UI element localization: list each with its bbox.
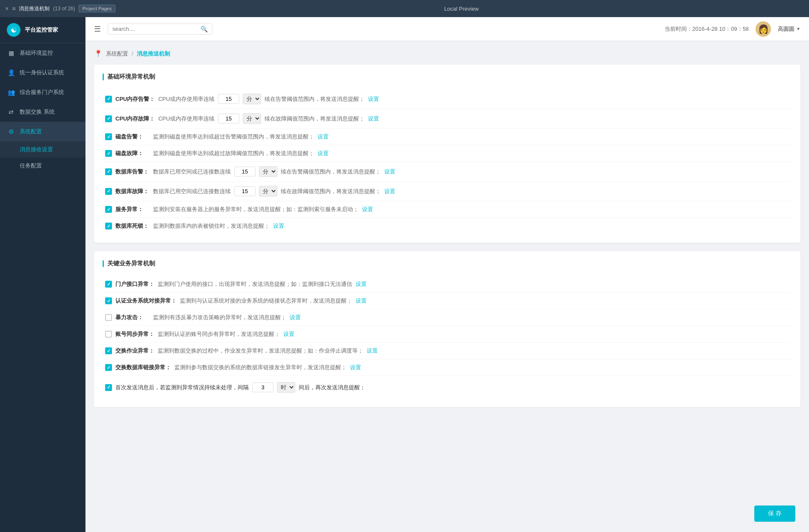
sidebar-sub-item-msg[interactable]: 消息接收设置 [0,141,85,158]
location-icon: 📍 [94,50,103,58]
sidebar-item-config[interactable]: ⚙ 系统配置 [0,122,85,141]
header-time: 当前时间：2016-4-28 10：09：58 [665,25,749,33]
desc-after-db-warning: 续在告警阈值范围内，将发送消息提醒； [281,168,381,176]
setting-row-brute-force: 暴力攻击： 监测到有违反暴力攻击策略的异常时，发送消息提醒； 设置 [103,309,792,326]
label-db-warning: 数据库告警： [115,168,150,176]
topbar-project-label[interactable]: Project Pages [79,5,115,12]
sidebar-item-auth[interactable]: 👤 统一身份认证系统 [0,63,85,82]
sidebar-item-data[interactable]: ⇄ 数据交换 系统 [0,102,85,122]
desc-auth-system: 监测到与认证系统对接的业务系统的链接状态异常时，发送消息提醒； [180,297,352,305]
sidebar-item-label-portal: 综合服务门户系统 [20,88,64,96]
setting-row-auth-system: ✓ 认证业务系统对接异常： 监测到与认证系统对接的业务系统的链接状态异常时，发送… [103,293,792,309]
desc-disk-fault: 监测到磁盘使用率达到或超过故障阈值范围内，将发送消息提醒； [153,150,314,157]
set-link-cpu-fault[interactable]: 设置 [368,115,379,123]
section2-title: 关键业务异常机制 [103,260,792,267]
desc-svc-abnormal: 监测到安装在服务器上的服务异常时，发送消息提醒；如：监测到索引服务未启动； [153,206,359,213]
checkbox-svc-abnormal[interactable]: ✓ [105,206,112,213]
set-link-disk-warning[interactable]: 设置 [318,133,329,141]
checkbox-db-fault[interactable]: ✓ [105,188,112,195]
set-link-portal-interface[interactable]: 设置 [356,280,367,288]
checkbox-brute-force[interactable] [105,314,112,321]
username-text: 高圆圆 [778,25,794,33]
checkbox-disk-fault[interactable]: ✓ [105,150,112,157]
set-link-exchange-task[interactable]: 设置 [367,347,378,355]
label-exchange-task: 交换作业异常： [115,347,154,355]
desc-account-sync: 监测到认证的账号同步有异常时，发送消息提醒； [158,330,280,338]
input-db-warning[interactable] [234,167,256,176]
checkbox-account-sync[interactable] [105,331,112,338]
setting-row-exchange-db: ✓ 交换数据库链接异常： 监测到参与数据交换的系统的数据库链接发生异常时，发送消… [103,359,792,376]
breadcrumb-parent: 系统配置 [106,50,128,58]
set-link-db-fault[interactable]: 设置 [384,188,395,195]
setting-row-db-warning: ✓ 数据库告警： 数据库已用空间或已连接数连续 分 时 续在告警阈值范围内，将发… [103,162,792,182]
checkbox-db-deadlock[interactable]: ✓ [105,223,112,229]
desc-before-db-warning: 数据库已用空间或已连接数连续 [153,168,231,176]
main-area: ☰ 🔍 当前时间：2016-4-28 10：09：58 👩 高圆圆 ▼ 📍 系统… [85,17,809,532]
select-cpu-warning[interactable]: 分 时 [243,94,261,104]
setting-row-exchange-task: ✓ 交换作业异常： 监测到数据交换的过程中，作业发生异常时，发送消息提醒；如：作… [103,343,792,359]
checkbox-footer[interactable]: ✓ [105,384,112,391]
search-icon[interactable]: 🔍 [200,26,208,32]
select-footer-unit[interactable]: 时 分 [277,382,295,393]
checkbox-portal-interface[interactable]: ✓ [105,281,112,288]
set-link-brute-force[interactable]: 设置 [290,314,301,321]
header-menu-icon[interactable]: ☰ [94,24,101,34]
section1-card: 基础环境异常机制 ✓ CPU内存告警： CPU或内存使用率连续 分 时 续在告警… [94,65,800,243]
close-icon[interactable]: × [5,5,9,12]
topbar-menu-icon[interactable]: ≡ [12,5,15,12]
sidebar-item-env[interactable]: ▦ 基础环境监控 [0,43,85,63]
auth-icon: 👤 [7,68,15,77]
set-link-db-warning[interactable]: 设置 [384,168,395,176]
set-link-cpu-warning[interactable]: 设置 [368,95,379,103]
desc-db-deadlock: 监测到数据库内的表被锁住时，发送消息提醒； [153,222,270,230]
set-link-exchange-db[interactable]: 设置 [350,364,361,371]
desc-before-db-fault: 数据库已用空间或已连接数连续 [153,188,231,195]
sidebar-item-label-config: 系统配置 [20,128,42,135]
save-button[interactable]: 保 存 [754,506,795,522]
label-account-sync: 账号同步异常： [115,330,154,338]
checkbox-cpu-fault[interactable]: ✓ [105,115,112,122]
set-link-svc-abnormal[interactable]: 设置 [362,206,373,213]
checkbox-auth-system[interactable]: ✓ [105,297,112,304]
set-link-db-deadlock[interactable]: 设置 [273,222,284,230]
set-link-account-sync[interactable]: 设置 [283,330,294,338]
label-db-deadlock: 数据库死锁： [115,222,150,230]
setting-row-cpu-fault: ✓ CPU内存故障： CPU或内存使用率连续 分 时 续在故障阈值范围内，将发送… [103,109,792,129]
checkbox-cpu-warning[interactable]: ✓ [105,96,112,103]
portal-icon: 👥 [7,88,15,97]
select-db-warning[interactable]: 分 时 [259,166,277,177]
checkbox-exchange-task[interactable]: ✓ [105,347,112,354]
select-db-fault[interactable]: 分 时 [259,186,277,197]
input-cpu-warning[interactable] [218,94,239,104]
desc-before-cpu-fault: CPU或内存使用率连续 [158,115,214,123]
checkbox-exchange-db[interactable]: ✓ [105,364,112,371]
search-input[interactable] [112,26,198,32]
label-disk-warning: 磁盘告警： [115,133,150,141]
desc-portal-interface: 监测到门户使用的接口，出现异常时，发送消息提醒；如：监测到接口无法通信 [158,280,352,288]
breadcrumb-separator: / [132,50,133,57]
title-bar2-icon [103,260,104,267]
set-link-auth-system[interactable]: 设置 [356,297,367,305]
checkbox-db-warning[interactable]: ✓ [105,168,112,175]
checkbox-disk-warning[interactable]: ✓ [105,133,112,140]
set-link-disk-fault[interactable]: 设置 [318,150,329,157]
sidebar-item-label-data: 数据交换 系统 [20,108,55,116]
input-db-fault[interactable] [234,186,256,196]
topbar-title: 消息推送机制 [19,5,50,12]
sidebar-sub-item-task[interactable]: 任务配置 [0,158,85,174]
input-footer-interval[interactable] [252,382,274,392]
desc-before-cpu-warning: CPU或内存使用率连续 [158,95,214,103]
header: ☰ 🔍 当前时间：2016-4-28 10：09：58 👩 高圆圆 ▼ [85,17,809,41]
desc-brute-force: 监测到有违反暴力攻击策略的异常时，发送消息提醒； [153,314,286,321]
sidebar-item-portal[interactable]: 👥 综合服务门户系统 [0,82,85,102]
topbar: × ≡ 消息推送机制 (13 of 26) Project Pages Loca… [0,0,809,17]
setting-row-db-fault: ✓ 数据库故障： 数据库已用空间或已连接数连续 分 时 续在故障阈值范围内，将发… [103,182,792,201]
label-svc-abnormal: 服务异常： [115,206,150,213]
select-cpu-fault[interactable]: 分 时 [243,113,261,124]
label-cpu-warning: CPU内存告警： [115,95,155,103]
username-display[interactable]: 高圆圆 ▼ [778,25,800,33]
label-disk-fault: 磁盘故障： [115,150,150,157]
input-cpu-fault[interactable] [218,114,239,123]
sidebar: ☯ 平台监控管家 ▦ 基础环境监控 👤 统一身份认证系统 👥 综合服务门户系统 … [0,17,85,532]
label-auth-system: 认证业务系统对接异常： [115,297,177,305]
